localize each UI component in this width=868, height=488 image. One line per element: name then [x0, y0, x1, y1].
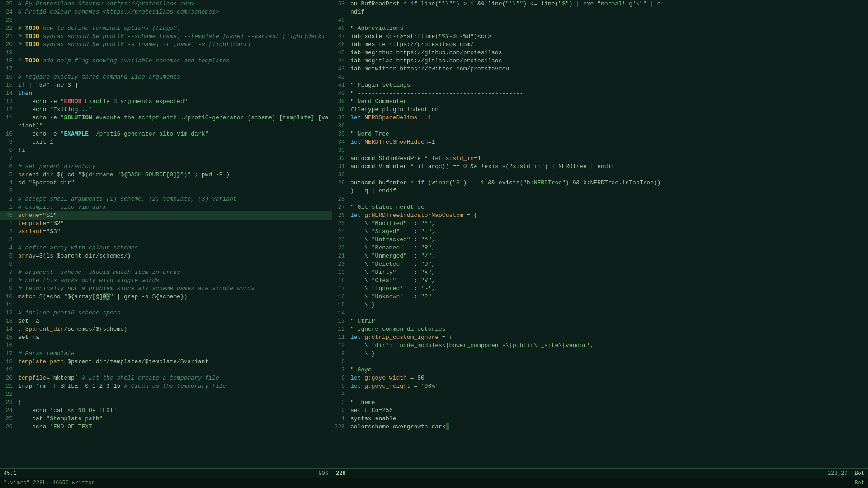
- table-row: 19 \ "Dirty" : "x",: [332, 268, 868, 277]
- table-row: 32 autocmd StdinReadPre * let s:std_in=1: [332, 155, 868, 163]
- table-row: 5 parent_dir=$( cd "$(dirname "${BASH_SO…: [0, 171, 332, 179]
- table-row: 11: [0, 301, 332, 309]
- table-row: riant]": [0, 122, 332, 130]
- table-row: 49: [332, 16, 868, 24]
- table-row: 2 set t_Co=256: [332, 407, 868, 415]
- table-row: 13 set -a: [0, 317, 332, 325]
- left-pane: 25 # By Protesilaos Stavrou <https://pro…: [0, 0, 332, 478]
- table-row: 6 let g:goyo_width = 80: [332, 374, 868, 382]
- table-row: 31 autocmd VimEnter * if argc() == 0 && …: [332, 163, 868, 171]
- table-row: ) | q | endif: [332, 187, 868, 195]
- table-row: 2 variant="$3": [0, 228, 332, 236]
- table-row: 23 (: [0, 399, 332, 407]
- right-statusline: 228 228,27 Bot: [332, 468, 868, 478]
- table-row: 24 # Prot16 colour schemes <https://prot…: [0, 8, 332, 16]
- right-status-position: 228,27: [828, 470, 847, 477]
- left-status-percent: 90%: [318, 470, 328, 477]
- table-row: 1 syntax enable: [332, 415, 868, 423]
- table-row: 10 \ 'dir': 'node_modules\|bower_compone…: [332, 342, 868, 350]
- table-row: 25 \ "Modified" : "*",: [332, 220, 868, 228]
- table-row: 48 " Abbreviations: [332, 24, 868, 33]
- table-row: 45 iab megithub https://github.com/prote…: [332, 49, 868, 57]
- table-row: 21 # TODO syntax should be prot16 --sche…: [0, 33, 332, 41]
- table-row: 29 autocmd bufenter * if (winnr("$") == …: [332, 179, 868, 187]
- table-row: 22 \ "Renamed" : "R",: [332, 244, 868, 252]
- table-row: 3: [0, 187, 332, 195]
- table-row: 25 # By Protesilaos Stavrou <https://pro…: [0, 0, 332, 8]
- table-row: 45 scheme="$1": [0, 211, 332, 220]
- left-statusline: 45,1 90%: [0, 468, 332, 478]
- table-row: 19: [0, 49, 332, 57]
- table-row: 7 # argument `scheme` should match item …: [0, 268, 332, 277]
- table-row: 27 " Git status nerdtree: [332, 203, 868, 211]
- table-row: 46 iab mesite https://protesilaos.com/: [332, 41, 868, 49]
- table-row: 6: [0, 260, 332, 268]
- table-row: 34 let NERDTreeShowHidden=1: [332, 138, 868, 146]
- table-row: 17 \ 'Ignored' : '~',: [332, 285, 868, 293]
- table-row: 17 # Parse template: [0, 350, 332, 358]
- table-row: 16: [0, 342, 332, 350]
- table-row: 50 au BufReadPost * if line("'\"") > 1 &…: [332, 0, 868, 8]
- table-row: 11 echo -e "SOLUTION execute the script …: [0, 114, 332, 122]
- table-row: 4 # define array with colour schemes: [0, 244, 332, 252]
- table-row: 18 \ "Clean" : "V",: [332, 277, 868, 285]
- table-row: 12 echo "Exiting...": [0, 106, 332, 114]
- table-row: 8 # note this works only with single wor…: [0, 277, 332, 285]
- table-row: 8: [332, 358, 868, 366]
- table-row: 26 echo 'END_OF_TEXT': [0, 423, 332, 431]
- table-row: 25 cat "$template_path": [0, 415, 332, 423]
- table-row: 14 . $parent_dir/schemes/${scheme}: [0, 325, 332, 333]
- table-row: 1 # example: `alto vim dark`: [0, 203, 332, 211]
- table-row: 18 template_path=$parent_dir/templates/$…: [0, 358, 332, 366]
- table-row: 17: [0, 65, 332, 73]
- table-row: 7: [0, 155, 332, 163]
- table-row: 37 let NERDSpaceDelims = 1: [332, 114, 868, 122]
- right-pane: 50 au BufReadPost * if line("'\"") > 1 &…: [332, 0, 868, 478]
- bot-label: Bot: [854, 480, 864, 486]
- editor-area: 25 # By Protesilaos Stavrou <https://pro…: [0, 0, 868, 478]
- table-row: 4 cd "$parent_dir": [0, 179, 332, 187]
- table-row: 35 " Nerd Tree: [332, 130, 868, 138]
- bottom-bar: ".vimrc" 228L, 4665C written Bot: [0, 478, 868, 488]
- table-row: 9 \ }: [332, 350, 868, 358]
- table-row: 1 template="$2": [0, 220, 332, 228]
- table-row: 2 # accept shell arguments (1) scheme, (…: [0, 195, 332, 203]
- table-row: 10 match=$(echo "${array[@]0}" | grep -o…: [0, 293, 332, 301]
- table-row: 23: [0, 16, 332, 24]
- table-row: 18 # TODO add help flag showing availabl…: [0, 57, 332, 65]
- table-row: 47 iab xdate <c-r>=strftime("%Y-%m-%d")<…: [332, 33, 868, 41]
- table-row: 14: [332, 309, 868, 317]
- table-row: 9 exit 1: [0, 138, 332, 146]
- table-row: 16 \ "Unknown" : "?": [332, 293, 868, 301]
- table-row: 36: [332, 122, 868, 130]
- table-row: 7 " Goyo: [332, 366, 868, 374]
- right-status-bot: Bot: [854, 470, 864, 477]
- table-row: 26 let g:NERDTreeIndicatorMapCustom = {: [332, 211, 868, 220]
- table-row: 41 " Plugin settings: [332, 81, 868, 89]
- table-row: 30: [332, 171, 868, 179]
- table-row: 24 echo 'cat <<END_OF_TEXT': [0, 407, 332, 415]
- right-code-lines: 50 au BufReadPost * if line("'\"") > 1 &…: [332, 0, 868, 468]
- table-row: 39 " Nerd Commenter: [332, 98, 868, 106]
- table-row: ndif: [332, 8, 868, 16]
- table-row: 9 # technically not a problem since all …: [0, 285, 332, 293]
- table-row: 24 \ "Staged" : "+",: [332, 228, 868, 236]
- table-row: 21 \ "Unmerged" : "/",: [332, 252, 868, 260]
- table-row: 22: [0, 390, 332, 399]
- table-row: 13 " CtrlP: [332, 317, 868, 325]
- table-row: 15 \ }: [332, 301, 868, 309]
- right-status-linenum: 228: [336, 470, 828, 477]
- table-row: 3 " Theme: [332, 399, 868, 407]
- table-row: 20 # TODO syntax should be prot16 -s [na…: [0, 41, 332, 49]
- table-row: 20 tempfile=`mktemp` # Let the shell cre…: [0, 374, 332, 382]
- table-row: 4: [332, 390, 868, 399]
- table-row: 44 iab megitlab https://gitlab.com/prote…: [332, 57, 868, 65]
- table-row: 15 set +a: [0, 333, 332, 342]
- table-row: 16 # require exactly three command line …: [0, 73, 332, 81]
- table-row: 22 # TODO how to define terminal options…: [0, 24, 332, 33]
- table-row: 5 array=$(ls $parent_dir/schemes/): [0, 252, 332, 260]
- left-status-position: 45,1: [4, 470, 318, 477]
- table-row: 28: [332, 195, 868, 203]
- table-row: 33: [332, 146, 868, 155]
- table-row: 5 let g:goyo_height = '90%': [332, 382, 868, 390]
